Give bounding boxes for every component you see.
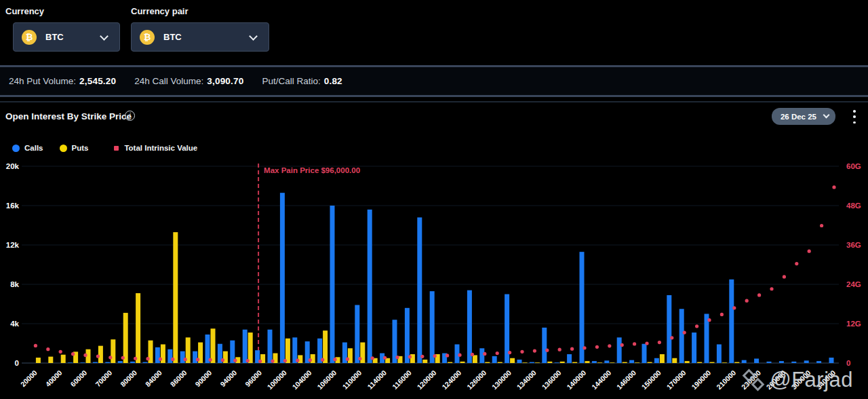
strike-price-chart-canvas[interactable]: Max Pain Price $96,000.0004k8k12k16k20k0…: [0, 158, 868, 399]
svg-text:106000: 106000: [315, 368, 338, 391]
svg-text:8k: 8k: [10, 280, 19, 288]
legend-item-puts[interactable]: Puts: [60, 144, 89, 152]
chevron-down-icon: [249, 32, 258, 41]
put-volume-value: 2,545.20: [79, 76, 116, 86]
svg-text:4k: 4k: [10, 320, 19, 328]
svg-text:140000: 140000: [565, 368, 587, 391]
put-call-ratio-stat: Put/Call Ratio:0.82: [262, 76, 342, 86]
svg-text:134000: 134000: [515, 368, 538, 391]
svg-text:84000: 84000: [144, 368, 163, 388]
btc-coin-icon: ₿: [22, 30, 37, 45]
volume-stats-bar: 24h Put Volume:2,545.20 24h Call Volume:…: [0, 67, 868, 95]
currency-pair-label: Currency pair: [131, 6, 189, 16]
svg-text:40000: 40000: [43, 368, 63, 388]
svg-text:260000: 260000: [765, 368, 787, 391]
intrinsic-value-marker-icon: [114, 146, 119, 151]
svg-text:124000: 124000: [440, 368, 462, 391]
svg-text:120000: 120000: [415, 368, 437, 391]
svg-text:136000: 136000: [540, 368, 562, 391]
svg-text:210000: 210000: [715, 368, 737, 391]
put-call-ratio-label: Put/Call Ratio:: [262, 76, 320, 86]
svg-text:70000: 70000: [94, 368, 113, 388]
svg-text:36G: 36G: [846, 241, 861, 249]
page-title: Open Interest By Strike Price: [5, 111, 132, 121]
open-interest-header: Open Interest By Strike Price i 26 Dec 2…: [0, 102, 868, 131]
legend-item-intrinsic-value[interactable]: Total Intrinsic Value: [104, 144, 197, 152]
chevron-down-icon: [823, 112, 830, 119]
put-volume-label: 24h Put Volume:: [9, 76, 76, 86]
divider: [0, 95, 868, 97]
svg-text:144000: 144000: [590, 368, 612, 391]
svg-text:0: 0: [15, 359, 19, 367]
svg-text:150000: 150000: [640, 368, 663, 391]
svg-text:90000: 90000: [193, 368, 213, 388]
svg-text:100000: 100000: [266, 368, 288, 391]
svg-text:0: 0: [846, 359, 850, 367]
top-controls: Currency Currency pair ₿ BTC ₿ BTC: [0, 0, 868, 65]
currency-pair-dropdown-value: BTC: [163, 32, 182, 42]
svg-text:12k: 12k: [6, 241, 20, 249]
svg-text:170000: 170000: [665, 368, 687, 391]
svg-text:48G: 48G: [846, 202, 861, 210]
currency-dropdown[interactable]: ₿ BTC: [13, 22, 120, 52]
svg-text:12G: 12G: [846, 320, 861, 328]
svg-text:110000: 110000: [340, 368, 363, 391]
svg-text:80000: 80000: [119, 368, 138, 388]
currency-dropdown-value: BTC: [45, 32, 64, 42]
svg-text:190000: 190000: [690, 368, 712, 391]
svg-text:300000: 300000: [789, 368, 812, 391]
btc-coin-icon: ₿: [140, 30, 155, 45]
currency-label: Currency: [5, 6, 44, 16]
info-icon[interactable]: i: [125, 111, 135, 121]
puts-marker-icon: [60, 145, 67, 152]
svg-text:20k: 20k: [6, 162, 20, 170]
legend-label: Total Intrinsic Value: [124, 144, 197, 152]
svg-text:130000: 130000: [490, 368, 513, 391]
svg-text:60G: 60G: [846, 162, 861, 170]
svg-text:94000: 94000: [218, 368, 238, 388]
svg-text:96000: 96000: [243, 368, 263, 388]
legend-label: Calls: [24, 144, 43, 152]
currency-pair-dropdown[interactable]: ₿ BTC: [131, 22, 269, 52]
svg-text:340000: 340000: [814, 368, 837, 391]
svg-text:126000: 126000: [465, 368, 488, 391]
chart-legend: Calls Puts Total Intrinsic Value: [12, 144, 214, 152]
svg-text:86000: 86000: [168, 368, 188, 388]
put-volume-stat: 24h Put Volume:2,545.20: [9, 76, 116, 86]
expiry-date-button[interactable]: 26 Dec 25: [772, 108, 835, 125]
put-call-ratio-value: 0.82: [324, 76, 342, 86]
svg-text:24G: 24G: [846, 280, 861, 288]
calls-marker-icon: [12, 145, 20, 152]
svg-text:104000: 104000: [290, 368, 313, 391]
svg-text:116000: 116000: [391, 368, 413, 391]
call-volume-label: 24h Call Volume:: [134, 76, 203, 86]
chevron-down-icon: [100, 32, 108, 41]
kebab-menu-icon[interactable]: [850, 109, 859, 125]
svg-text:146000: 146000: [615, 368, 637, 391]
svg-text:114000: 114000: [366, 368, 388, 391]
call-volume-value: 3,090.70: [207, 76, 243, 86]
svg-text:20000: 20000: [19, 368, 39, 388]
call-volume-stat: 24h Call Volume:3,090.70: [134, 76, 243, 86]
svg-text:16k: 16k: [6, 202, 20, 210]
legend-label: Puts: [72, 144, 89, 152]
svg-text:230000: 230000: [740, 368, 762, 391]
open-interest-chart[interactable]: Max Pain Price $96,000.0004k8k12k16k20k0…: [0, 158, 868, 399]
expiry-date-value: 26 Dec 25: [781, 113, 816, 121]
svg-text:60000: 60000: [68, 368, 88, 388]
legend-item-calls[interactable]: Calls: [12, 144, 43, 152]
svg-text:Max Pain Price $96,000.00: Max Pain Price $96,000.00: [264, 166, 360, 174]
